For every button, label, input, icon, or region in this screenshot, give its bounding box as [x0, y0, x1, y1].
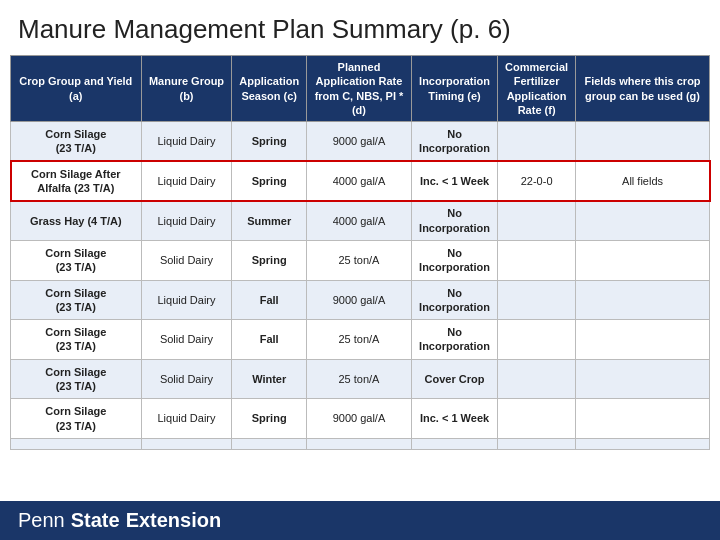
table-cell: Corn Silage(23 T/A) [11, 320, 142, 360]
table-cell [232, 438, 307, 449]
table-row: Corn Silage(23 T/A)Solid DairySpring25 t… [11, 240, 710, 280]
table-cell: Inc. < 1 Week [411, 399, 497, 439]
table-cell [576, 201, 710, 241]
table-cell: NoIncorporation [411, 320, 497, 360]
table-row: Corn Silage(23 T/A)Liquid DairyFall9000 … [11, 280, 710, 320]
table-row: Corn Silage(23 T/A)Liquid DairySpring900… [11, 122, 710, 162]
table-cell: Corn Silage(23 T/A) [11, 280, 142, 320]
table-cell [576, 280, 710, 320]
table-header-row: Crop Group and Yield(a) Manure Group(b) … [11, 56, 710, 122]
table-cell: Fall [232, 320, 307, 360]
table-cell: 4000 gal/A [307, 201, 412, 241]
table-row: Corn Silage AfterAlfalfa (23 T/A)Liquid … [11, 161, 710, 201]
table-cell: Grass Hay (4 T/A) [11, 201, 142, 241]
table-row: Corn Silage(23 T/A)Solid DairyWinter25 t… [11, 359, 710, 399]
table-cell [498, 399, 576, 439]
table-cell: 9000 gal/A [307, 122, 412, 162]
table-cell: Corn Silage(23 T/A) [11, 359, 142, 399]
table-cell: Liquid Dairy [141, 280, 232, 320]
page-title: Manure Management Plan Summary (p. 6) [0, 0, 720, 55]
table-cell [576, 438, 710, 449]
table-cell: 25 ton/A [307, 240, 412, 280]
table-cell [411, 438, 497, 449]
table-cell: Spring [232, 399, 307, 439]
table-cell: Spring [232, 161, 307, 201]
table-cell: Winter [232, 359, 307, 399]
table-cell: NoIncorporation [411, 201, 497, 241]
table-row: Grass Hay (4 T/A)Liquid DairySummer4000 … [11, 201, 710, 241]
table-cell: Solid Dairy [141, 240, 232, 280]
table-cell [141, 438, 232, 449]
table-cell [498, 201, 576, 241]
table-cell: Solid Dairy [141, 359, 232, 399]
footer: Penn State Extension [0, 501, 720, 540]
table-cell [307, 438, 412, 449]
table-cell: Inc. < 1 Week [411, 161, 497, 201]
table-cell [576, 122, 710, 162]
table-cell: 25 ton/A [307, 359, 412, 399]
table-cell [576, 359, 710, 399]
table-cell [576, 240, 710, 280]
table-cell [498, 438, 576, 449]
table-cell: All fields [576, 161, 710, 201]
table-cell: Corn Silage(23 T/A) [11, 240, 142, 280]
table-cell: Corn Silage(23 T/A) [11, 122, 142, 162]
table-cell: Spring [232, 240, 307, 280]
table-row: Corn Silage(23 T/A)Solid DairyFall25 ton… [11, 320, 710, 360]
table-cell [576, 320, 710, 360]
footer-penn: Penn [18, 509, 65, 532]
table-cell: Summer [232, 201, 307, 241]
table-cell: NoIncorporation [411, 240, 497, 280]
table-row [11, 438, 710, 449]
col-header-season: ApplicationSeason (c) [232, 56, 307, 122]
table-cell [11, 438, 142, 449]
table-cell: Fall [232, 280, 307, 320]
table-cell: Cover Crop [411, 359, 497, 399]
table-cell: NoIncorporation [411, 280, 497, 320]
col-header-rate: PlannedApplication Ratefrom C, NBS, PI *… [307, 56, 412, 122]
col-header-incorporation: IncorporationTiming (e) [411, 56, 497, 122]
table-cell: Liquid Dairy [141, 201, 232, 241]
table-cell [498, 240, 576, 280]
table-cell: 4000 gal/A [307, 161, 412, 201]
table-cell: Corn Silage(23 T/A) [11, 399, 142, 439]
table-cell: NoIncorporation [411, 122, 497, 162]
col-header-fields: Fields where this cropgroup can be used … [576, 56, 710, 122]
table-cell: 9000 gal/A [307, 399, 412, 439]
summary-table: Crop Group and Yield(a) Manure Group(b) … [10, 55, 710, 450]
table-cell: Solid Dairy [141, 320, 232, 360]
col-header-manure: Manure Group(b) [141, 56, 232, 122]
page: Manure Management Plan Summary (p. 6) Cr… [0, 0, 720, 540]
table-cell: 22-0-0 [498, 161, 576, 201]
table-cell: 25 ton/A [307, 320, 412, 360]
table-cell [498, 359, 576, 399]
table-cell [576, 399, 710, 439]
table-cell: Corn Silage AfterAlfalfa (23 T/A) [11, 161, 142, 201]
table-cell [498, 320, 576, 360]
footer-state: State [71, 509, 120, 532]
col-header-fertilizer: CommercialFertilizerApplicationRate (f) [498, 56, 576, 122]
table-cell: 9000 gal/A [307, 280, 412, 320]
table-cell: Liquid Dairy [141, 161, 232, 201]
table-wrapper: Crop Group and Yield(a) Manure Group(b) … [0, 55, 720, 501]
table-cell: Liquid Dairy [141, 122, 232, 162]
footer-extension: Extension [126, 509, 222, 532]
table-cell: Spring [232, 122, 307, 162]
table-cell: Liquid Dairy [141, 399, 232, 439]
table-cell [498, 280, 576, 320]
table-row: Corn Silage(23 T/A)Liquid DairySpring900… [11, 399, 710, 439]
table-cell [498, 122, 576, 162]
col-header-crop: Crop Group and Yield(a) [11, 56, 142, 122]
